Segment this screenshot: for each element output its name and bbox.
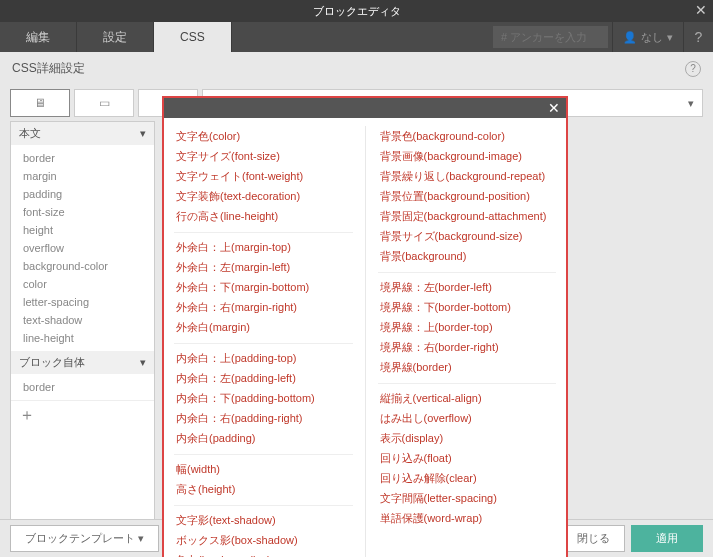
page-title: CSS詳細設定 xyxy=(12,60,85,77)
sidebar-prop[interactable]: overflow xyxy=(11,239,154,257)
popup-header: ✕ xyxy=(164,98,566,118)
popup-column-left: 文字色(color) 文字サイズ(font-size) 文字ウェイト(font-… xyxy=(174,126,353,557)
css-option[interactable]: 背景色(background-color) xyxy=(378,126,557,146)
css-option[interactable]: 表示(display) xyxy=(378,428,557,448)
css-option[interactable]: 文字色(color) xyxy=(174,126,353,146)
chevron-down-icon: ▾ xyxy=(138,532,144,544)
sidebar-prop[interactable]: border xyxy=(11,149,154,167)
css-option[interactable]: 内余白：上(padding-top) xyxy=(174,348,353,368)
css-option[interactable]: 内余白(padding) xyxy=(174,428,353,448)
css-option[interactable]: 外余白：下(margin-bottom) xyxy=(174,277,353,297)
css-option[interactable]: 内余白：左(padding-left) xyxy=(174,368,353,388)
css-option[interactable]: ボックス影(box-shadow) xyxy=(174,530,353,550)
apply-button[interactable]: 適用 xyxy=(631,525,703,552)
css-option[interactable]: 高さ(height) xyxy=(174,479,353,499)
css-option[interactable]: 背景サイズ(background-size) xyxy=(378,226,557,246)
close-button[interactable]: 閉じる xyxy=(562,525,625,552)
css-option[interactable]: 背景位置(background-position) xyxy=(378,186,557,206)
css-option[interactable]: 単語保護(word-wrap) xyxy=(378,508,557,528)
css-option[interactable]: 外余白：右(margin-right) xyxy=(174,297,353,317)
css-option[interactable]: 内余白：右(padding-right) xyxy=(174,408,353,428)
tab-settings[interactable]: 設定 xyxy=(77,22,154,52)
chevron-down-icon: ▾ xyxy=(140,356,146,369)
css-option[interactable]: 回り込み(float) xyxy=(378,448,557,468)
person-icon: 👤 xyxy=(623,31,637,44)
sidebar-section-header[interactable]: 本文 ▾ xyxy=(11,122,154,145)
css-option[interactable]: 文字装飾(text-decoration) xyxy=(174,186,353,206)
css-option[interactable]: 背景繰り返し(background-repeat) xyxy=(378,166,557,186)
sidebar-prop-list: border xyxy=(11,374,154,400)
css-option[interactable]: 文字間隔(letter-spacing) xyxy=(378,488,557,508)
css-option[interactable]: 文字影(text-shadow) xyxy=(174,510,353,530)
tab-css[interactable]: CSS xyxy=(154,22,232,52)
main-toolbar: 編集 設定 CSS 👤 なし ▾ ? xyxy=(0,22,713,52)
block-template-button[interactable]: ブロックテンプレート ▾ xyxy=(10,525,159,552)
device-tablet[interactable]: ▭ xyxy=(74,89,134,117)
sidebar-prop[interactable]: font-size xyxy=(11,203,154,221)
help-small-icon[interactable]: ? xyxy=(685,61,701,77)
class-label: なし xyxy=(641,30,663,45)
desktop-icon: 🖥 xyxy=(34,96,46,110)
sidebar-prop[interactable]: text-shadow xyxy=(11,311,154,329)
window-title: ブロックエディタ xyxy=(313,4,401,19)
window-titlebar: ブロックエディタ ✕ xyxy=(0,0,713,22)
css-property-popup: ✕ 文字色(color) 文字サイズ(font-size) 文字ウェイト(fon… xyxy=(162,96,568,557)
sidebar-prop[interactable]: border xyxy=(11,378,154,396)
tablet-icon: ▭ xyxy=(99,96,110,110)
css-option[interactable]: 幅(width) xyxy=(174,459,353,479)
sidebar-prop[interactable]: margin xyxy=(11,167,154,185)
css-option[interactable]: 行の高さ(line-height) xyxy=(174,206,353,226)
chevron-down-icon: ▾ xyxy=(140,127,146,140)
css-option[interactable]: 境界線(border) xyxy=(378,357,557,377)
css-option[interactable]: 境界線：右(border-right) xyxy=(378,337,557,357)
sidebar-prop[interactable]: padding xyxy=(11,185,154,203)
css-option[interactable]: 背景(background) xyxy=(378,246,557,266)
css-option[interactable]: 角丸(border-radius) xyxy=(174,550,353,557)
subheader: CSS詳細設定 ? xyxy=(0,52,713,85)
css-option[interactable]: 背景固定(background-attachment) xyxy=(378,206,557,226)
sidebar-section-title: 本文 xyxy=(19,126,41,141)
close-icon[interactable]: ✕ xyxy=(548,100,560,116)
css-option[interactable]: 文字サイズ(font-size) xyxy=(174,146,353,166)
css-option[interactable]: 文字ウェイト(font-weight) xyxy=(174,166,353,186)
css-option[interactable]: 境界線：下(border-bottom) xyxy=(378,297,557,317)
css-option[interactable]: 回り込み解除(clear) xyxy=(378,468,557,488)
device-desktop[interactable]: 🖥 xyxy=(10,89,70,117)
tab-edit[interactable]: 編集 xyxy=(0,22,77,52)
sidebar-prop[interactable]: line-height xyxy=(11,329,154,347)
block-template-label: ブロックテンプレート xyxy=(25,532,135,544)
css-option[interactable]: 背景画像(background-image) xyxy=(378,146,557,166)
help-icon[interactable]: ? xyxy=(683,22,713,52)
css-option[interactable]: はみ出し(overflow) xyxy=(378,408,557,428)
css-sidebar: 本文 ▾ border margin padding font-size hei… xyxy=(10,121,155,521)
css-option[interactable]: 外余白(margin) xyxy=(174,317,353,337)
css-option[interactable]: 外余白：上(margin-top) xyxy=(174,237,353,257)
css-option[interactable]: 境界線：上(border-top) xyxy=(378,317,557,337)
anchor-input[interactable] xyxy=(493,26,608,48)
add-prop-button[interactable]: ＋ xyxy=(11,400,154,430)
popup-column-right: 背景色(background-color) 背景画像(background-im… xyxy=(365,126,557,557)
chevron-down-icon: ▾ xyxy=(688,97,694,110)
sidebar-section-header[interactable]: ブロック自体 ▾ xyxy=(11,351,154,374)
class-selector[interactable]: 👤 なし ▾ xyxy=(612,22,683,52)
sidebar-section-title: ブロック自体 xyxy=(19,355,85,370)
css-option[interactable]: 縦揃え(vertical-align) xyxy=(378,388,557,408)
css-option[interactable]: 境界線：左(border-left) xyxy=(378,277,557,297)
sidebar-prop-list: border margin padding font-size height o… xyxy=(11,145,154,351)
chevron-down-icon: ▾ xyxy=(667,31,673,44)
sidebar-prop[interactable]: background-color xyxy=(11,257,154,275)
sidebar-prop[interactable]: height xyxy=(11,221,154,239)
sidebar-prop[interactable]: color xyxy=(11,275,154,293)
css-option[interactable]: 外余白：左(margin-left) xyxy=(174,257,353,277)
window-close-icon[interactable]: ✕ xyxy=(695,2,707,18)
sidebar-prop[interactable]: letter-spacing xyxy=(11,293,154,311)
css-option[interactable]: 内余白：下(padding-bottom) xyxy=(174,388,353,408)
